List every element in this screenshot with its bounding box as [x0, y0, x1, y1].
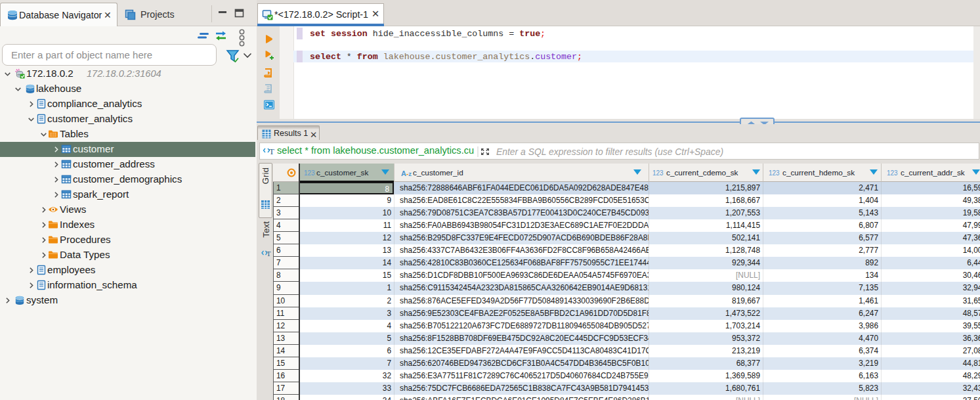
svg-text:T: T — [269, 146, 274, 156]
svg-text:T: T — [266, 250, 271, 257]
